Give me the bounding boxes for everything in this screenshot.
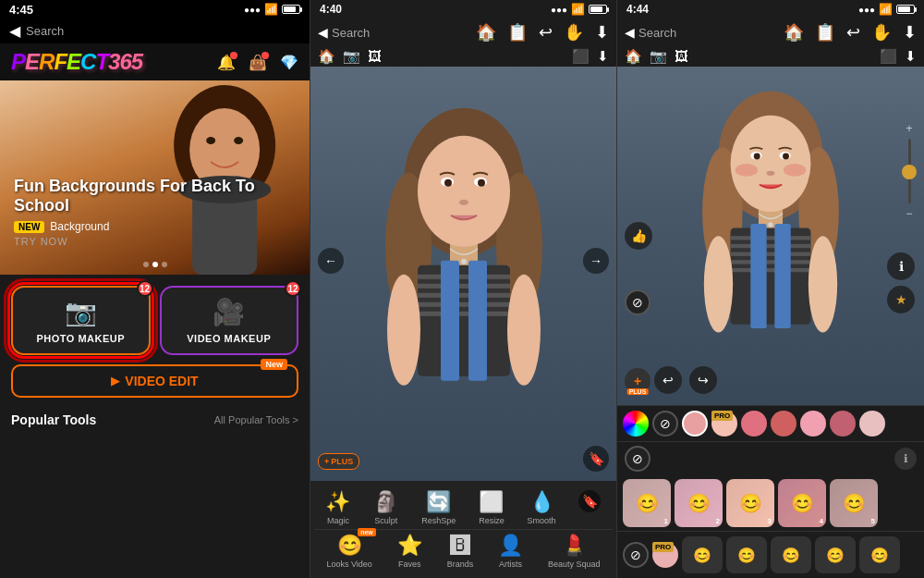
erase-btn-3[interactable]: ⊘ (625, 446, 650, 472)
search-label-2[interactable]: Search (332, 26, 370, 40)
blush-colors-row-2: ⊘ PRO 😊 😊 😊 😊 😊 (617, 531, 924, 578)
faves-tool[interactable]: ⭐ Faves (397, 534, 422, 569)
swatch-wrap-pro[interactable]: PRO (652, 542, 678, 568)
sculpt-tool[interactable]: 🗿 Sculpt (373, 490, 398, 525)
color-swatch-6[interactable] (830, 411, 856, 437)
crop-sm-icon-3[interactable]: ⬛ (880, 48, 897, 65)
home-sm-icon[interactable]: 🏠 (318, 48, 335, 65)
search-label-1[interactable]: Search (26, 24, 64, 38)
girl-svg-2 (371, 87, 556, 481)
undo-btn-3[interactable]: ↩ (654, 366, 682, 394)
preset-mini-4[interactable]: 😊 (815, 536, 856, 573)
swatch-wrap-7[interactable] (859, 411, 885, 437)
home-icon-2[interactable]: 🏠 (476, 22, 496, 43)
reshspe-icon: 🔄 (426, 490, 451, 514)
see-all-link[interactable]: All Popular Tools > (214, 414, 298, 425)
preset-item-2[interactable]: 😊 2 (675, 479, 723, 527)
diamond-icon[interactable]: 💎 (280, 54, 298, 71)
swatch-wrap-6[interactable] (830, 411, 856, 437)
crop-sm-icon[interactable]: ⬛ (572, 48, 590, 65)
preset-item-1[interactable]: 😊 1 (623, 479, 671, 527)
hand-icon-3[interactable]: ✋ (871, 22, 892, 43)
bell-notif-dot (230, 52, 237, 59)
copy-icon-2[interactable]: 📋 (507, 22, 528, 43)
like-btn[interactable]: 👍 (625, 222, 652, 250)
color-swatch-4[interactable] (771, 411, 796, 437)
artists-tool[interactable]: 👤 Artists (498, 534, 523, 569)
back-arrow-1[interactable]: ◀ (9, 22, 20, 40)
preset-mini-3[interactable]: 😊 (771, 536, 811, 573)
video-badge-count: 12 (285, 280, 301, 297)
smooth-tool[interactable]: 💧 Smooth (528, 490, 556, 525)
next-arrow-2[interactable]: → (583, 248, 609, 274)
hero-banner[interactable]: Fun Backgrounds For Back To School NEW B… (0, 80, 310, 275)
search-label-3[interactable]: Search (638, 26, 676, 40)
camera-sm-icon-3[interactable]: 📷 (650, 48, 667, 65)
preset-item-4[interactable]: 😊 4 (778, 479, 826, 527)
color-swatch-7[interactable] (859, 411, 885, 437)
redo-btn-3[interactable]: ↪ (689, 366, 717, 394)
star-action-btn[interactable]: ★ (887, 286, 915, 314)
looks-video-icon: 😊 (337, 534, 362, 558)
slider-track[interactable] (908, 139, 911, 203)
top-icons-3: 🏠 📋 ↩ ✋ ⬇ (784, 22, 917, 43)
side-slider-3[interactable]: + − (902, 122, 917, 220)
resize-tool[interactable]: ⬜ Resize (479, 490, 505, 525)
bookmark-btn-2[interactable]: 🔖 (583, 446, 609, 472)
bag-wrapper[interactable]: 👜 (249, 54, 267, 71)
hand-icon-2[interactable]: ✋ (564, 22, 584, 43)
color-wheel[interactable] (623, 411, 649, 437)
home-sm-icon-3[interactable]: 🏠 (625, 48, 642, 65)
preset-mini-1[interactable]: 😊 (682, 536, 723, 573)
save-sm-icon-3[interactable]: ⬇ (905, 48, 917, 65)
preset-number-2: 2 (716, 517, 720, 525)
slider-thumb[interactable] (902, 165, 917, 179)
info-btn-3[interactable]: ℹ (894, 448, 917, 470)
erase-color-btn[interactable]: ⊘ (652, 411, 678, 437)
swatch-wrap-2[interactable]: PRO (711, 411, 737, 437)
swatch-wrap-1[interactable] (682, 411, 708, 437)
color-swatch-1[interactable] (682, 411, 708, 437)
erase-btn[interactable]: ⊘ (625, 289, 650, 315)
undo-icon-3[interactable]: ↩ (846, 22, 860, 43)
svg-rect-40 (731, 236, 811, 240)
preset-mini-5[interactable]: 😊 (859, 536, 900, 573)
back-arrow-3[interactable]: ◀ (625, 25, 635, 40)
brands-tool[interactable]: 🅱 Brands (447, 534, 474, 569)
video-edit-button[interactable]: New ▶ VIDEO EDIT (11, 364, 298, 398)
video-makeup-button[interactable]: 12 🎥 VIDEO MAKEUP (160, 286, 299, 355)
undo-icon-2[interactable]: ↩ (539, 22, 553, 43)
magic-tool[interactable]: ✨ Magic (325, 490, 350, 525)
camera-sm-icon[interactable]: 📷 (343, 48, 360, 65)
erase-btn-row2[interactable]: ⊘ (623, 542, 649, 568)
face-sm-icon-3[interactable]: 🖼 (675, 48, 688, 65)
photo-bg-2 (310, 67, 616, 481)
plus-circle-3[interactable]: + PLUS (625, 368, 650, 394)
preset-item-5[interactable]: 😊 5 (830, 479, 878, 527)
save-btn-2[interactable]: 🔖 (578, 490, 601, 512)
try-now[interactable]: TRY NOW (14, 236, 310, 247)
color-swatch-5[interactable] (800, 411, 826, 437)
copy-icon-3[interactable]: 📋 (815, 22, 835, 43)
beauty-squad-tool[interactable]: 💄 Beauty Squad (548, 534, 601, 569)
info-action-btn[interactable]: ℹ (887, 252, 915, 280)
photo-makeup-button[interactable]: 12 📷 PHOTO MAKEUP (11, 286, 151, 355)
reshspe-tool[interactable]: 🔄 ReshSpe (421, 490, 456, 525)
swatch-wrap-5[interactable] (800, 411, 826, 437)
swatch-wrap-4[interactable] (771, 411, 796, 437)
save-sm-icon[interactable]: ⬇ (597, 48, 609, 65)
prev-arrow-2[interactable]: ← (318, 248, 344, 274)
back-arrow-2[interactable]: ◀ (318, 25, 328, 40)
looks-video-tool[interactable]: new 😊 Looks Video (326, 534, 371, 569)
bell-wrapper[interactable]: 🔔 (217, 54, 236, 71)
color-swatch-3[interactable] (741, 411, 767, 437)
face-sm-icon[interactable]: 🖼 (368, 48, 382, 65)
download-icon-2[interactable]: ⬇ (595, 22, 609, 43)
download-icon-3[interactable]: ⬇ (903, 22, 917, 43)
preset-item-3[interactable]: 😊 3 (726, 479, 774, 527)
home-icon-3[interactable]: 🏠 (784, 22, 804, 43)
battery-icon-2 (589, 5, 607, 14)
plus-badge-2[interactable]: + PLUS (318, 453, 359, 470)
preset-mini-2[interactable]: 😊 (726, 536, 767, 573)
swatch-wrap-3[interactable] (741, 411, 767, 437)
